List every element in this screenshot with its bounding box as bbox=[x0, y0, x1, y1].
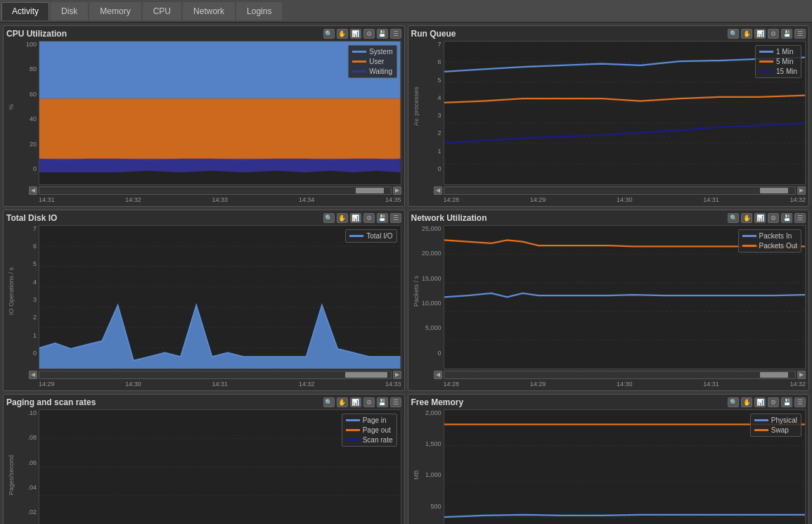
mem-zoom-icon[interactable]: 🔍 bbox=[728, 397, 739, 407]
net-chart-area: Packets / s 25,000 20,000 15,000 10,000 … bbox=[411, 225, 806, 369]
disk-save-icon[interactable]: 💾 bbox=[377, 213, 388, 223]
disk-scroll-right[interactable]: ▶ bbox=[393, 371, 401, 379]
rq-filter-icon[interactable]: ⚙ bbox=[768, 29, 779, 39]
cpu-legend-waiting: Waiting bbox=[352, 68, 392, 75]
cpu-chart: System User Waiting bbox=[39, 41, 401, 185]
tab-activity[interactable]: Activity bbox=[1, 2, 49, 20]
paging-chart-icon[interactable]: 📊 bbox=[350, 397, 361, 407]
disk-scroll-left[interactable]: ◀ bbox=[29, 371, 37, 379]
disk-menu-icon[interactable]: ☰ bbox=[390, 213, 401, 223]
paging-chart: Page in Page out Scan rate bbox=[39, 409, 401, 524]
mem-menu-icon[interactable]: ☰ bbox=[794, 397, 806, 407]
paging-zoom-icon[interactable]: 🔍 bbox=[323, 397, 335, 407]
net-scroll-left[interactable]: ◀ bbox=[434, 371, 442, 379]
cpu-scroll-left[interactable]: ◀ bbox=[29, 186, 37, 195]
mem-y-label: MB bbox=[411, 409, 421, 524]
rq-zoom-icon[interactable]: 🔍 bbox=[728, 29, 739, 39]
hand-icon[interactable]: ✋ bbox=[337, 29, 348, 39]
disk-chart-area: IO Operations / s 7 6 5 4 3 2 1 0 bbox=[6, 225, 401, 369]
rq-scroll-left[interactable]: ◀ bbox=[434, 186, 442, 195]
rq-legend-5min: 5 Min bbox=[759, 58, 797, 65]
panel-cpu-utilization: CPU Utilization 🔍 ✋ 📊 ⚙ 💾 ☰ % 100 80 60 … bbox=[3, 25, 405, 207]
menu-icon[interactable]: ☰ bbox=[390, 29, 401, 39]
paging-y-label: Pages/second bbox=[6, 409, 16, 524]
disk-chart: Total I/O bbox=[39, 225, 401, 369]
panel-rq-icons: 🔍 ✋ 📊 ⚙ 💾 ☰ bbox=[728, 29, 806, 39]
cpu-scrolltrack[interactable] bbox=[39, 186, 392, 195]
net-y-label: Packets / s bbox=[411, 225, 421, 357]
rq-chart-area: Av. processes 7 6 5 4 3 2 1 0 bbox=[411, 41, 806, 185]
paging-save-icon[interactable]: 💾 bbox=[377, 397, 388, 407]
rq-legend-1min: 1 Min bbox=[759, 48, 797, 56]
cpu-legend-system: System bbox=[352, 48, 392, 56]
tab-memory[interactable]: Memory bbox=[89, 2, 141, 20]
net-legend: Packets In Packets Out bbox=[738, 229, 801, 253]
rq-legend-15min: 15 Min bbox=[759, 68, 797, 75]
tab-cpu[interactable]: CPU bbox=[143, 2, 181, 20]
rq-hand-icon[interactable]: ✋ bbox=[741, 29, 752, 39]
panel-paging-title: Paging and scan rates bbox=[6, 397, 96, 407]
net-save-icon[interactable]: 💾 bbox=[781, 213, 792, 223]
panel-paging-icons: 🔍 ✋ 📊 ⚙ 💾 ☰ bbox=[323, 397, 401, 407]
paging-hand-icon[interactable]: ✋ bbox=[337, 397, 348, 407]
rq-menu-icon[interactable]: ☰ bbox=[794, 29, 806, 39]
cpu-y-axis: 100 80 60 40 20 0 bbox=[16, 41, 39, 185]
net-zoom-icon[interactable]: 🔍 bbox=[728, 213, 739, 223]
tab-network[interactable]: Network bbox=[183, 2, 235, 20]
net-legend-out: Packets Out bbox=[742, 242, 797, 250]
zoom-icon[interactable]: 🔍 bbox=[323, 29, 335, 39]
save-icon[interactable]: 💾 bbox=[377, 29, 388, 39]
mem-y-axis: 2,000 1,500 1,000 500 0 bbox=[421, 409, 444, 524]
rq-save-icon[interactable]: 💾 bbox=[781, 29, 792, 39]
disk-hand-icon[interactable]: ✋ bbox=[337, 213, 348, 223]
disk-y-axis: 7 6 5 4 3 2 1 0 bbox=[16, 225, 39, 369]
disk-chart-icon[interactable]: 📊 bbox=[350, 213, 361, 223]
mem-legend-physical: Physical bbox=[754, 416, 797, 424]
net-scroll-right[interactable]: ▶ bbox=[797, 371, 806, 379]
cpu-scrollbar: ◀ ▶ bbox=[6, 186, 401, 195]
cpu-x-axis: 14:31 14:32 14:33 14:34 14:35 bbox=[6, 196, 401, 203]
mem-chart-icon[interactable]: 📊 bbox=[754, 397, 766, 407]
cpu-y-label: % bbox=[6, 41, 16, 172]
mem-hand-icon[interactable]: ✋ bbox=[741, 397, 752, 407]
panel-disk-title: Total Disk IO bbox=[6, 213, 57, 223]
net-y-axis: 25,000 20,000 15,000 10,000 5,000 0 bbox=[421, 225, 444, 369]
net-scrolltrack[interactable] bbox=[444, 371, 797, 379]
rq-scrolltrack[interactable] bbox=[444, 186, 797, 195]
panel-disk-header: Total Disk IO 🔍 ✋ 📊 ⚙ 💾 ☰ bbox=[6, 213, 401, 223]
paging-legend: Page in Page out Scan rate bbox=[342, 414, 397, 447]
net-hand-icon[interactable]: ✋ bbox=[741, 213, 752, 223]
net-menu-icon[interactable]: ☰ bbox=[794, 213, 806, 223]
chart-type-icon[interactable]: 📊 bbox=[350, 29, 361, 39]
disk-filter-icon[interactable]: ⚙ bbox=[363, 213, 375, 223]
cpu-scroll-right[interactable]: ▶ bbox=[393, 186, 401, 195]
rq-scroll-right[interactable]: ▶ bbox=[797, 186, 806, 195]
panel-mem-title: Free Memory bbox=[411, 397, 464, 407]
paging-legend-in: Page in bbox=[346, 416, 393, 424]
disk-y-label: IO Operations / s bbox=[6, 225, 16, 357]
mem-save-icon[interactable]: 💾 bbox=[781, 397, 792, 407]
rq-y-label: Av. processes bbox=[411, 41, 421, 172]
mem-legend-swap: Swap bbox=[754, 426, 797, 434]
mem-filter-icon[interactable]: ⚙ bbox=[768, 397, 779, 407]
net-chart-icon[interactable]: 📊 bbox=[754, 213, 766, 223]
paging-filter-icon[interactable]: ⚙ bbox=[363, 397, 375, 407]
paging-menu-icon[interactable]: ☰ bbox=[390, 397, 401, 407]
disk-scrolltrack[interactable] bbox=[39, 371, 392, 379]
rq-chart-icon[interactable]: 📊 bbox=[754, 29, 766, 39]
mem-chart-area: MB 2,000 1,500 1,000 500 0 bbox=[411, 409, 806, 524]
paging-y-axis: .10 .08 .06 .04 .02 .00 bbox=[16, 409, 39, 524]
rq-chart: 1 Min 5 Min 15 Min bbox=[444, 41, 806, 185]
net-filter-icon[interactable]: ⚙ bbox=[768, 213, 779, 223]
cpu-legend: System User Waiting bbox=[348, 45, 397, 78]
paging-legend-scan: Scan rate bbox=[346, 436, 393, 444]
panel-free-memory: Free Memory 🔍 ✋ 📊 ⚙ 💾 ☰ MB 2,000 1,500 1… bbox=[408, 394, 810, 524]
tab-logins[interactable]: Logins bbox=[236, 2, 282, 20]
tab-disk[interactable]: Disk bbox=[51, 2, 88, 20]
panel-paging-header: Paging and scan rates 🔍 ✋ 📊 ⚙ 💾 ☰ bbox=[6, 397, 401, 407]
disk-zoom-icon[interactable]: 🔍 bbox=[323, 213, 335, 223]
paging-chart-area: Pages/second .10 .08 .06 .04 .02 .00 bbox=[6, 409, 401, 524]
panel-cpu-header: CPU Utilization 🔍 ✋ 📊 ⚙ 💾 ☰ bbox=[6, 29, 401, 39]
filter-icon[interactable]: ⚙ bbox=[363, 29, 375, 39]
panel-cpu-icons: 🔍 ✋ 📊 ⚙ 💾 ☰ bbox=[323, 29, 401, 39]
